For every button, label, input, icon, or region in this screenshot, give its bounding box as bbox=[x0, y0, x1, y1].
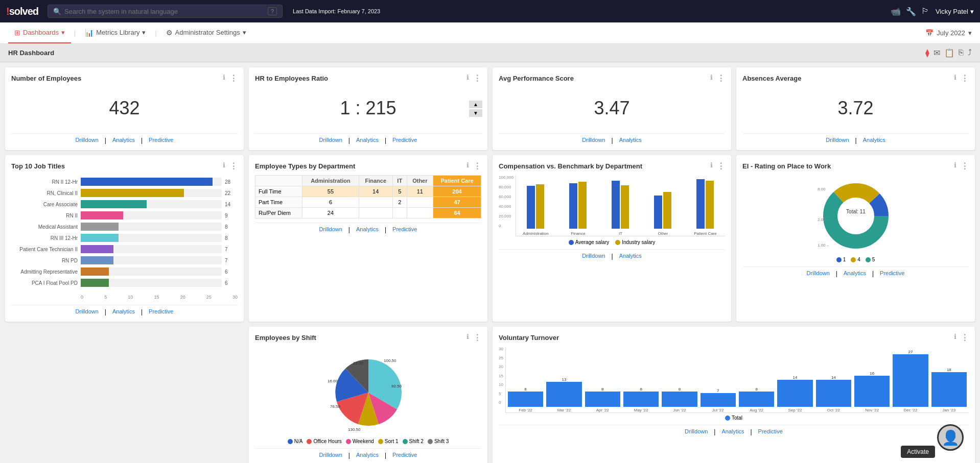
emp-types-title: Employee Types by Department bbox=[255, 162, 355, 170]
comp-info-icon[interactable]: ℹ bbox=[710, 161, 713, 171]
bar-value: 14 bbox=[225, 202, 238, 207]
nav-item-dashboards[interactable]: ⊞ Dashboards ▾ bbox=[8, 22, 71, 43]
copy-icon[interactable]: ⎘ bbox=[959, 48, 964, 58]
employees-drilldown-link[interactable]: Drilldown bbox=[76, 137, 99, 144]
avatar[interactable]: 👤 bbox=[937, 424, 964, 451]
ei-info-icon[interactable]: ℹ bbox=[954, 161, 956, 171]
search-input[interactable] bbox=[64, 8, 265, 15]
video-icon[interactable]: 📹 bbox=[891, 7, 901, 16]
job-titles-more-icon[interactable]: ⋮ bbox=[229, 161, 238, 171]
absences-info-icon[interactable]: ℹ bbox=[954, 74, 956, 83]
hr-ratio-info-icon[interactable]: ℹ bbox=[466, 74, 469, 83]
emp-types-predictive-link[interactable]: Predictive bbox=[392, 226, 417, 233]
tools-icon[interactable]: 🔧 bbox=[906, 7, 916, 16]
turnover-label: Jan '23 bbox=[943, 408, 956, 412]
turnover-bar-group: 13 Mar '22 bbox=[546, 377, 581, 412]
job-titles-info-icon[interactable]: ℹ bbox=[223, 161, 225, 171]
card-voluntary-turnover: Voluntary Turnover ℹ ⋮ 30 25 20 15 10 5 … bbox=[493, 327, 975, 463]
metrics-chevron: ▾ bbox=[142, 29, 146, 36]
absences-analytics-link[interactable]: Analytics bbox=[863, 137, 885, 144]
comp-group: Patient Care bbox=[686, 173, 725, 236]
user-menu[interactable]: Vicky Patel ▾ bbox=[936, 8, 974, 15]
absences-more-icon[interactable]: ⋮ bbox=[961, 74, 969, 83]
bar-label: Patient Care Technician II bbox=[11, 247, 78, 252]
turnover-bar-group: 8 Jun '22 bbox=[662, 387, 697, 412]
emp-types-cell bbox=[359, 208, 392, 218]
shift-analytics-link[interactable]: Analytics bbox=[356, 452, 379, 459]
turnover-bar-group: 16 Nov '22 bbox=[854, 371, 890, 412]
comp-analytics-link[interactable]: Analytics bbox=[619, 253, 642, 260]
list-item: RN PD 7 bbox=[11, 256, 238, 264]
flag-icon[interactable]: 🏳 bbox=[921, 7, 929, 16]
comp-more-icon[interactable]: ⋮ bbox=[717, 161, 725, 171]
top-navigation: !solved 🔍 ? Last Data Import: February 7… bbox=[0, 0, 980, 22]
emp-types-more-icon[interactable]: ⋮ bbox=[473, 161, 481, 171]
second-navigation: ⊞ Dashboards ▾ | 📊 Metrics Library ▾ | ⚙… bbox=[0, 22, 980, 44]
hr-ratio-analytics-link[interactable]: Analytics bbox=[356, 137, 379, 144]
turnover-predictive-link[interactable]: Predictive bbox=[758, 428, 783, 435]
shift-info-icon[interactable]: ℹ bbox=[466, 333, 469, 343]
top-nav-right: 📹 🔧 🏳 Vicky Patel ▾ bbox=[891, 7, 974, 16]
share-icon[interactable]: ⤴ bbox=[968, 48, 972, 58]
turnover-more-icon[interactable]: ⋮ bbox=[961, 333, 969, 343]
shift-legend: N/A Office Hours Weekend Sort 1 Shift 2 … bbox=[255, 438, 481, 444]
job-titles-analytics-link[interactable]: Analytics bbox=[112, 308, 135, 315]
hr-ratio-drilldown-link[interactable]: Drilldown bbox=[319, 137, 342, 144]
comp-avg-bar bbox=[612, 181, 620, 229]
ei-drilldown-link[interactable]: Drilldown bbox=[807, 270, 830, 277]
emp-types-analytics-link[interactable]: Analytics bbox=[356, 226, 379, 233]
perf-more-icon[interactable]: ⋮ bbox=[717, 74, 725, 83]
emp-types-drilldown-link[interactable]: Drilldown bbox=[319, 226, 342, 233]
perf-info-icon[interactable]: ℹ bbox=[710, 74, 713, 83]
employees-predictive-link[interactable]: Predictive bbox=[149, 137, 173, 144]
shift-predictive-link[interactable]: Predictive bbox=[392, 452, 417, 459]
email-icon[interactable]: ✉ bbox=[934, 48, 940, 58]
list-item: RN II 12-Hr 28 bbox=[11, 178, 238, 186]
perf-drilldown-link[interactable]: Drilldown bbox=[582, 137, 605, 144]
turnover-analytics-link[interactable]: Analytics bbox=[721, 428, 744, 435]
turnover-drilldown-link[interactable]: Drilldown bbox=[685, 428, 708, 435]
search-help-icon[interactable]: ? bbox=[268, 7, 277, 15]
job-titles-drilldown-link[interactable]: Drilldown bbox=[76, 308, 99, 315]
nav-item-admin[interactable]: ⚙ Administrator Settings ▾ bbox=[160, 22, 252, 43]
comp-avg-bar bbox=[696, 179, 705, 229]
emp-types-cell: 2 bbox=[392, 197, 407, 208]
absences-drilldown-link[interactable]: Drilldown bbox=[826, 137, 849, 144]
ei-more-icon[interactable]: ⋮ bbox=[961, 161, 969, 171]
filter-icon[interactable]: ⧫ bbox=[925, 48, 929, 58]
hr-ratio-scroll-up[interactable]: ▲ bbox=[469, 101, 482, 108]
hr-ratio-predictive-link[interactable]: Predictive bbox=[392, 137, 417, 144]
comp-ind-bar bbox=[536, 184, 544, 229]
turnover-bar bbox=[739, 392, 774, 407]
comp-bars bbox=[612, 173, 629, 229]
comp-drilldown-link[interactable]: Drilldown bbox=[582, 253, 605, 260]
turnover-info-icon[interactable]: ℹ bbox=[954, 333, 956, 343]
export-icon[interactable]: 📋 bbox=[944, 48, 954, 58]
search-bar[interactable]: 🔍 ? bbox=[48, 5, 283, 18]
ei-predictive-link[interactable]: Predictive bbox=[880, 270, 904, 277]
employees-more-icon[interactable]: ⋮ bbox=[229, 74, 238, 83]
shift-more-icon[interactable]: ⋮ bbox=[473, 333, 481, 343]
employees-analytics-link[interactable]: Analytics bbox=[112, 137, 135, 144]
app-logo[interactable]: !solved bbox=[6, 6, 38, 17]
list-item: Care Associate 14 bbox=[11, 200, 238, 208]
emp-types-col-other: Other bbox=[407, 176, 433, 186]
emp-types-info-icon[interactable]: ℹ bbox=[466, 161, 469, 171]
ei-analytics-link[interactable]: Analytics bbox=[844, 270, 866, 277]
turnover-footer: Drilldown | Analytics | Predictive bbox=[499, 425, 969, 435]
perf-analytics-link[interactable]: Analytics bbox=[619, 137, 642, 144]
nav-item-metrics[interactable]: 📊 Metrics Library ▾ bbox=[79, 22, 152, 43]
hr-ratio-scroll-down[interactable]: ▼ bbox=[469, 109, 482, 117]
shift-legend-sort1: Sort 1 bbox=[378, 438, 399, 444]
job-titles-predictive-link[interactable]: Predictive bbox=[149, 308, 173, 315]
turnover-value: 8 bbox=[640, 387, 642, 392]
activate-button[interactable]: Activate bbox=[901, 446, 935, 458]
job-titles-chart: RN II 12-Hr 28 RN, Clinical II 22 Care A… bbox=[11, 175, 238, 293]
employees-info-icon[interactable]: ℹ bbox=[223, 74, 225, 83]
absences-title: Absences Average bbox=[742, 75, 801, 82]
shift-drilldown-link[interactable]: Drilldown bbox=[319, 452, 342, 459]
date-picker[interactable]: 📅 July 2022 ▾ bbox=[925, 29, 972, 37]
hr-ratio-more-icon[interactable]: ⋮ bbox=[473, 74, 481, 83]
bar-value: 28 bbox=[225, 179, 238, 185]
bar-label: RN, Clinical II bbox=[11, 190, 78, 196]
